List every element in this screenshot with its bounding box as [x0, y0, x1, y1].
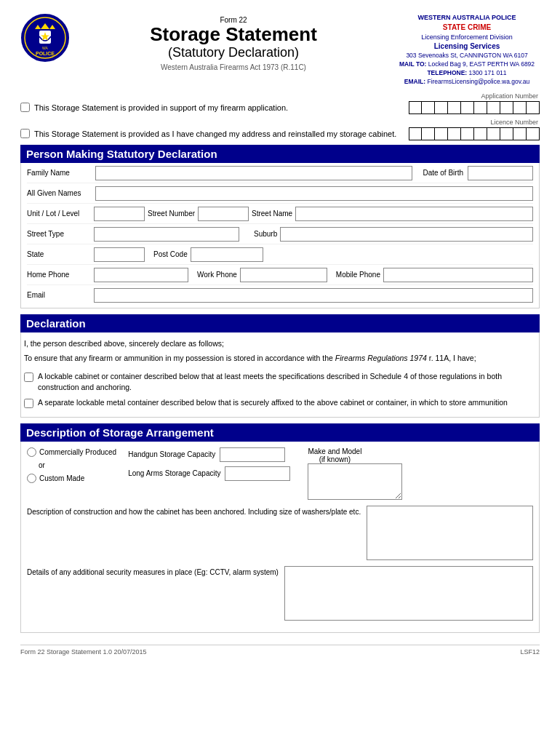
checkbox1[interactable] — [20, 103, 30, 112]
email-label: EMAIL: — [404, 78, 425, 85]
checkbox2-text: This Storage Statement is provided as I … — [34, 130, 403, 138]
security-label-text: Details of any additional security measu… — [27, 568, 279, 576]
security-measures-label: Details of any additional security measu… — [27, 566, 279, 578]
decl-cb1-row: A lockable cabinet or container describe… — [24, 371, 536, 392]
street-number-label: Street Number — [148, 210, 195, 218]
desc-construction-label: Description of construction and how the … — [27, 506, 361, 517]
decl-checkbox2[interactable] — [24, 399, 33, 408]
custom-made-row: Custom Made — [27, 474, 116, 483]
street-name-input[interactable] — [295, 207, 533, 221]
make-model-col: Make and Model (if known) — [308, 447, 402, 500]
home-phone-label: Home Phone — [27, 271, 91, 279]
mail-label: MAIL TO: — [399, 60, 426, 68]
email-row: Email — [27, 285, 533, 305]
lic-box-1 — [409, 127, 422, 140]
decl-p1: I, the person described above, sincerely… — [24, 339, 224, 348]
given-names-row: All Given Names — [27, 183, 533, 204]
family-name-row: Family Name Date of Birth — [27, 163, 533, 183]
header: POLICE WA Form 22 Storage Statement (Sta… — [20, 13, 540, 87]
long-arms-input[interactable] — [225, 466, 290, 481]
if-known-label: (if known) — [319, 455, 351, 463]
declaration-body: I, the person described above, sincerely… — [20, 332, 540, 418]
decl-p2-end: r. 11A, I have; — [427, 354, 476, 362]
checkbox1-text: This Storage Statement is provided in su… — [34, 103, 403, 112]
decl-p2-start: To ensure that any firearm or ammunition… — [24, 354, 335, 362]
address-row2: Street Type Suburb — [27, 224, 533, 244]
person-section: Person Making Statutory Declaration Fami… — [20, 145, 540, 308]
state-input[interactable] — [94, 247, 145, 262]
mobile-phone-input[interactable] — [383, 268, 533, 282]
family-name-label: Family Name — [27, 169, 91, 177]
street-type-input[interactable] — [94, 227, 239, 242]
seg-box-9 — [513, 101, 527, 114]
lic-box-3 — [435, 127, 448, 140]
handgun-cap-label: Handgun Storage Capacity — [128, 450, 215, 458]
checkbox2[interactable] — [20, 129, 30, 138]
capacity-col: Handgun Storage Capacity Long Arms Stora… — [128, 447, 290, 481]
handgun-cap-input[interactable] — [220, 447, 285, 462]
work-phone-label: Work Phone — [197, 271, 237, 279]
custom-made-label: Custom Made — [39, 474, 84, 482]
address-row1: Unit / Lot / Level Street Number Street … — [27, 204, 533, 224]
division-label: Licensing Enforcement Division — [394, 33, 540, 42]
unit-lot-label: Unit / Lot / Level — [27, 210, 91, 218]
state-postcode-row: State Post Code — [27, 244, 533, 265]
seg-box-3 — [435, 101, 448, 114]
header-center: Form 22 Storage Statement (Statutory Dec… — [73, 13, 394, 71]
seg-box-10 — [527, 101, 540, 114]
street-number-input[interactable] — [198, 207, 249, 221]
address-line: 303 Sevenoaks St, CANNINGTON WA 6107 — [394, 52, 540, 60]
make-model-input[interactable] — [308, 463, 402, 500]
declaration-section: Declaration I, the person described abov… — [20, 314, 540, 418]
app-number-section: Application Number This Storage Statemen… — [20, 92, 540, 140]
decl-cb1-text: A lockable cabinet or container describe… — [38, 371, 536, 392]
suburb-label: Suburb — [254, 230, 277, 238]
lic-box-8 — [500, 127, 513, 140]
given-names-input[interactable] — [95, 186, 533, 201]
seg-box-7 — [487, 101, 500, 114]
dob-input[interactable] — [468, 166, 533, 180]
unit-input[interactable] — [94, 207, 145, 221]
header-right: WESTERN AUSTRALIA POLICE STATE CRIME Lic… — [394, 13, 540, 87]
handgun-cap-row: Handgun Storage Capacity — [128, 447, 290, 462]
lic-box-10 — [527, 127, 540, 140]
lic-box-4 — [448, 127, 461, 140]
work-phone-input[interactable] — [240, 268, 327, 282]
licence-number-boxes — [409, 127, 540, 140]
security-measures-row: Details of any additional security measu… — [27, 566, 533, 621]
make-model-label: Make and Model — [308, 447, 361, 455]
lic-box-7 — [487, 127, 500, 140]
svg-text:WA: WA — [42, 46, 49, 50]
logo-area: POLICE WA — [20, 13, 73, 64]
street-name-label: Street Name — [252, 210, 292, 218]
commercially-produced-label: Commercially Produced — [39, 448, 116, 456]
postcode-input[interactable] — [191, 247, 263, 262]
police-title: WESTERN AUSTRALIA POLICE — [394, 13, 540, 23]
phone-row: Home Phone Work Phone Mobile Phone — [27, 265, 533, 285]
checkbox2-row: This Storage Statement is provided as I … — [20, 127, 540, 140]
or-text: or — [27, 461, 116, 469]
make-model-label-text: Make and Model (if known) — [308, 447, 361, 463]
security-measures-textarea[interactable] — [284, 566, 533, 621]
state-crime: STATE CRIME — [394, 23, 540, 33]
long-arms-row: Long Arms Storage Capacity — [128, 466, 290, 481]
checkbox1-row: This Storage Statement is provided in su… — [20, 101, 540, 114]
decl-checkbox1[interactable] — [24, 372, 33, 382]
email: FirearmsLicensing@police.wa.gov.au — [427, 78, 529, 85]
commercially-produced-radio[interactable] — [27, 447, 36, 457]
custom-made-radio[interactable] — [27, 474, 36, 483]
postcode-label: Post Code — [153, 250, 188, 258]
person-form: Family Name Date of Birth All Given Name… — [20, 163, 540, 308]
person-section-header: Person Making Statutory Declaration — [20, 145, 540, 163]
family-name-input[interactable] — [95, 166, 412, 180]
street-type-label: Street Type — [27, 230, 91, 238]
home-phone-input[interactable] — [94, 268, 188, 282]
decl-cb2-text: A separate lockable metal container desc… — [38, 397, 508, 408]
production-type-col: Commercially Produced or Custom Made — [27, 447, 116, 483]
email-input[interactable] — [94, 288, 533, 303]
seg-box-6 — [474, 101, 487, 114]
state-label: State — [27, 250, 91, 258]
suburb-input[interactable] — [280, 227, 533, 242]
dob-label: Date of Birth — [423, 169, 463, 177]
desc-construction-textarea[interactable] — [367, 506, 533, 560]
